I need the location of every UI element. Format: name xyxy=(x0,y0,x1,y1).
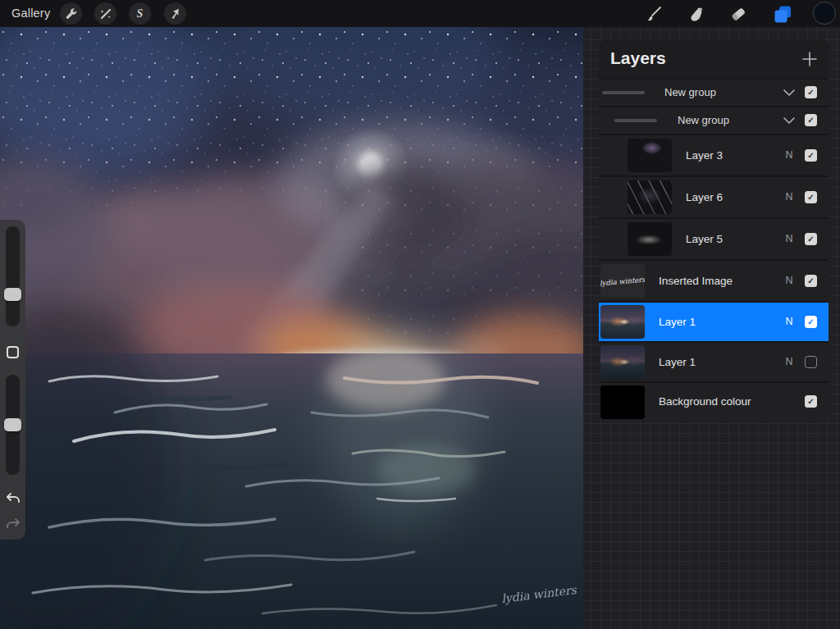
gallery-button[interactable]: Gallery xyxy=(11,0,50,27)
workspace-background: lydia winters Gallery S xyxy=(0,0,840,629)
layer-group-row[interactable]: New group ✓ xyxy=(599,80,829,106)
smudge-finger-icon xyxy=(687,4,706,24)
selection-button[interactable]: S xyxy=(129,2,151,25)
layer-group-row[interactable]: New group ✓ xyxy=(599,107,829,134)
signature-thumb-text: lydia winters xyxy=(600,275,645,287)
actions-button[interactable] xyxy=(60,2,82,25)
layer-row[interactable]: Layer 1 N ✓ xyxy=(599,343,829,381)
adjustments-button[interactable] xyxy=(94,2,116,25)
layers-title: Layers xyxy=(610,48,666,68)
layer-name: Layer 1 xyxy=(659,303,696,341)
layers-panel: Layers New group ✓ New group ✓ xyxy=(599,39,829,421)
drawing-canvas[interactable]: lydia winters xyxy=(0,27,583,629)
group-thumbnail xyxy=(614,119,657,122)
smudge-tool[interactable] xyxy=(685,2,707,25)
visibility-checkbox[interactable]: ✓ xyxy=(805,395,817,408)
layer-thumbnail xyxy=(600,385,645,419)
layer-name: Layer 5 xyxy=(686,219,723,259)
layer-row[interactable]: Layer 5 N ✓ xyxy=(599,219,829,259)
layer-thumbnail xyxy=(628,139,672,172)
visibility-checkbox[interactable]: ✓ xyxy=(805,191,817,203)
redo-icon xyxy=(6,517,21,531)
layer-thumbnail xyxy=(600,305,645,339)
opacity-handle[interactable] xyxy=(4,418,21,431)
check-icon: ✓ xyxy=(807,194,814,202)
visibility-checkbox[interactable]: ✓ xyxy=(805,149,817,162)
brush-tool[interactable] xyxy=(642,2,664,25)
color-tool[interactable] xyxy=(813,2,836,25)
layer-name: Layer 1 xyxy=(659,343,696,381)
check-icon: ✓ xyxy=(807,277,814,285)
blend-mode-badge[interactable]: N xyxy=(781,135,797,175)
check-icon: ✓ xyxy=(807,235,814,244)
layer-thumbnail xyxy=(628,222,672,256)
undo-icon xyxy=(6,492,21,505)
group-thumbnail xyxy=(602,91,645,94)
check-icon: ✓ xyxy=(807,116,814,125)
group-name: New group xyxy=(678,107,729,134)
blend-mode-badge[interactable]: N xyxy=(781,303,797,341)
plus-icon xyxy=(801,51,818,67)
chevron-down-icon[interactable] xyxy=(783,87,796,98)
layer-name: Background colour xyxy=(659,383,751,421)
paintbrush-icon xyxy=(645,5,663,23)
check-icon: ✓ xyxy=(807,152,814,160)
top-toolbar: Gallery S xyxy=(0,0,840,27)
group-name: New group xyxy=(664,80,716,106)
blend-mode-badge[interactable]: N xyxy=(781,343,797,381)
undo-button[interactable] xyxy=(4,490,22,508)
canvas-artwork: lydia winters xyxy=(0,27,583,629)
check-icon: ✓ xyxy=(807,318,814,326)
blend-mode-badge[interactable]: N xyxy=(781,219,797,259)
blend-mode-badge[interactable]: N xyxy=(781,177,797,217)
layer-row[interactable]: lydia winters Inserted Image N ✓ xyxy=(599,261,829,301)
background-colour-row[interactable]: Background colour ✓ xyxy=(599,383,829,421)
transform-arrow-icon xyxy=(169,7,181,20)
visibility-checkbox[interactable]: ✓ xyxy=(805,275,817,287)
visibility-checkbox[interactable]: ✓ xyxy=(805,114,817,126)
add-layer-button[interactable] xyxy=(801,50,819,68)
layers-panel-header: Layers xyxy=(599,39,829,79)
layer-row[interactable]: Layer 3 N ✓ xyxy=(599,135,829,175)
selection-s-icon: S xyxy=(137,7,144,21)
chevron-down-icon[interactable] xyxy=(783,115,796,126)
magic-wand-icon xyxy=(99,7,112,21)
layer-name: Inserted Image xyxy=(659,261,733,301)
layer-row[interactable]: Layer 6 N ✓ xyxy=(599,177,829,217)
layer-thumbnail xyxy=(628,180,672,214)
blend-mode-badge[interactable]: N xyxy=(781,261,797,301)
visibility-checkbox[interactable]: ✓ xyxy=(805,356,817,368)
layer-name: Layer 6 xyxy=(686,177,723,217)
brush-size-handle[interactable] xyxy=(4,288,21,301)
transform-button[interactable] xyxy=(164,2,186,25)
visibility-checkbox[interactable]: ✓ xyxy=(805,86,817,98)
layer-thumbnail xyxy=(600,345,645,379)
brush-sidebar xyxy=(0,220,25,540)
eraser-icon xyxy=(728,4,748,24)
layer-row-selected[interactable]: Layer 1 N ✓ xyxy=(599,303,829,341)
layers-icon xyxy=(772,3,793,25)
wrench-icon xyxy=(65,7,77,20)
layer-thumbnail: lydia winters xyxy=(600,264,645,298)
brush-size-slider[interactable] xyxy=(6,226,20,326)
modify-button[interactable] xyxy=(7,346,19,358)
layers-tool[interactable] xyxy=(771,2,793,25)
visibility-checkbox[interactable]: ✓ xyxy=(805,316,817,328)
eraser-tool[interactable] xyxy=(727,2,749,25)
check-icon: ✓ xyxy=(807,89,814,97)
visibility-checkbox[interactable]: ✓ xyxy=(805,233,817,245)
layer-name: Layer 3 xyxy=(686,135,723,175)
check-icon: ✓ xyxy=(807,398,814,406)
redo-button[interactable] xyxy=(4,515,22,533)
